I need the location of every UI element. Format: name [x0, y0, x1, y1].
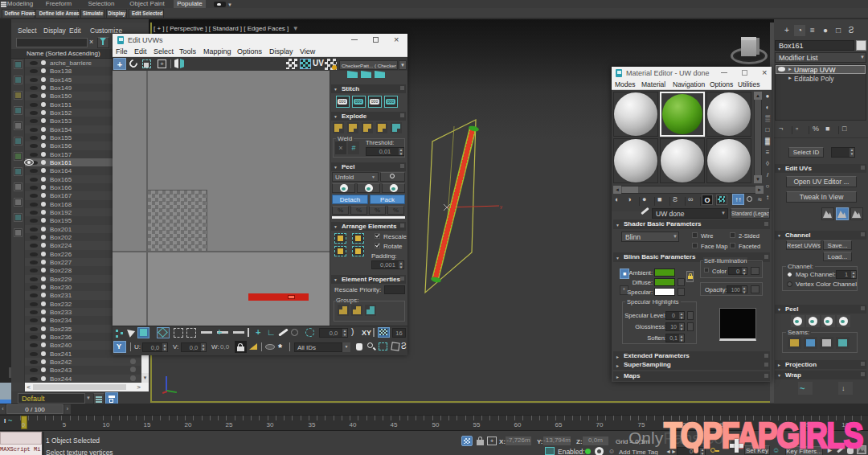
svg-text:y: y — [500, 204, 502, 209]
